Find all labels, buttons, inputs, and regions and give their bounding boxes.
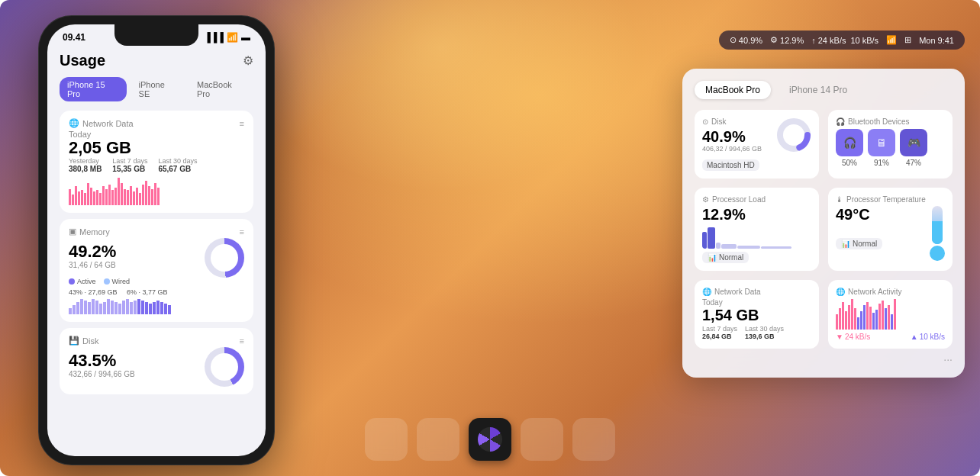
widget-tab-macbook[interactable]: MacBook Pro	[695, 81, 771, 99]
widget-tab-iphone14[interactable]: iPhone 14 Pro	[779, 81, 858, 99]
widget-net-data-card: 🌐 Network Data Today 1,54 GB Last 7 days…	[695, 280, 819, 349]
disk-left: 43.5% 432,66 / 994,66 GB	[69, 352, 135, 383]
bluetooth-devices: 🎧 50% 🖥 91% 🎮 47%	[836, 129, 945, 167]
dock	[365, 418, 615, 461]
bt-pct-0: 50%	[842, 159, 857, 167]
widget-proc-label: ⚙ Processor Load	[702, 195, 811, 204]
menubar-net-up: 10 kB/s	[850, 36, 878, 45]
thermometer-visual	[930, 206, 945, 261]
disk-label: 💾 Disk	[69, 336, 98, 346]
net-up-speed: ▲ 10 kB/s	[911, 333, 945, 341]
disk-row: 43.5% 432,66 / 994,66 GB	[69, 347, 244, 387]
tab-iphone15pro[interactable]: iPhone 15 Pro	[60, 77, 127, 101]
disk-filter-icon[interactable]: ≡	[240, 336, 244, 346]
iphone-notch	[114, 24, 198, 46]
tab-iphonese[interactable]: iPhone SE	[131, 77, 185, 101]
menubar-net-down: 24 kB/s	[818, 36, 846, 45]
menubar-disk: ⊙ 40.9%	[730, 35, 762, 45]
menubar-proc: ⚙ 12.9%	[770, 35, 804, 45]
widget-net-activity-card: 🌐 Network Activity	[828, 280, 953, 349]
network-header: 🌐 Network Data ≡	[69, 118, 244, 128]
network-label: 🌐 Network Data	[69, 118, 134, 128]
menubar-bluetooth: ⊞	[904, 35, 911, 45]
temp-chart-icon: 📊	[841, 240, 850, 248]
menubar-disk-pct: 40.9%	[739, 36, 762, 45]
memory-label: ▣ Memory	[69, 227, 110, 236]
temp-left: 49°C 📊 Normal	[836, 206, 882, 249]
network-last30: Last 30 days 65,67 GB	[158, 157, 197, 173]
menubar-time-text: Mon 9:41	[919, 36, 954, 45]
menubar-time: Mon 9:41	[919, 36, 954, 45]
dock-icon-4[interactable]	[572, 418, 615, 461]
memory-row: 49.2% 31,46 / 64 GB	[69, 238, 244, 278]
dock-icon-2[interactable]	[417, 418, 459, 461]
wifi-status-icon: 📶	[227, 32, 238, 43]
netdata-mini-row: Last 7 days 26,84 GB Last 30 days 139,6 …	[702, 325, 811, 340]
memory-sub: 31,46 / 64 GB	[69, 261, 116, 269]
bt-headphones-icon: 🎧	[836, 129, 863, 156]
tab-macbookpro[interactable]: MacBook Pro	[189, 77, 253, 101]
network-chart	[69, 178, 244, 205]
memory-left: 49.2% 31,46 / 64 GB	[69, 243, 116, 274]
dock-icon-3[interactable]	[521, 418, 563, 461]
dock-icon-1[interactable]	[365, 418, 408, 461]
dock-icon-app[interactable]	[469, 418, 511, 461]
proc-load-chart	[702, 227, 811, 249]
bt-monitor-icon: 🖥	[868, 129, 895, 156]
filter-icon[interactable]: ≡	[240, 119, 244, 128]
memory-filter-icon[interactable]: ≡	[240, 227, 244, 236]
widget-proc-icon: ⚙	[702, 195, 709, 204]
memory-header: ▣ Memory ≡	[69, 227, 244, 236]
bt-gamepad-icon: 🎮	[900, 129, 927, 156]
widget-disk-card: ⊙ Disk 40.9% 406,32 / 994,66 GB Macintos…	[695, 110, 819, 178]
chart-icon: 📊	[708, 253, 717, 262]
bluetooth-icon: ⊞	[904, 35, 911, 45]
disk-header: 💾 Disk ≡	[69, 336, 244, 346]
device-tabs: iPhone 15 Pro iPhone SE MacBook Pro	[60, 77, 253, 101]
battery-icon: ▬	[241, 32, 250, 43]
temp-row: 49°C 📊 Normal	[836, 206, 945, 261]
app-header: Usage ⚙	[60, 52, 253, 69]
widget-temp-value: 49°C	[836, 206, 882, 223]
network-section: 🌐 Network Data ≡ Today 2,05 GB Yesterday…	[60, 111, 253, 213]
widget-proc-value: 12.9%	[702, 206, 811, 223]
macos-widget: MacBook Pro iPhone 14 Pro ⊙ Disk 40.9% 4…	[682, 69, 965, 378]
widget-grid: ⊙ Disk 40.9% 406,32 / 994,66 GB Macintos…	[695, 110, 953, 349]
settings-icon[interactable]: ⚙	[243, 53, 253, 68]
memory-value: 49.2%	[69, 243, 116, 261]
netdata-today-value: 1,54 GB	[702, 307, 811, 323]
disk-value: 43.5%	[69, 352, 135, 370]
globe-icon: 🌐	[69, 118, 79, 128]
net-down-speed: ▼ 24 kB/s	[836, 333, 870, 341]
widget-tabs: MacBook Pro iPhone 14 Pro	[695, 81, 953, 99]
widget-more-button[interactable]: ···	[695, 353, 953, 365]
netdata-today-label: Today	[702, 298, 811, 307]
legend-wired: Wired	[104, 278, 131, 285]
disk-icon: ⊙	[730, 35, 737, 45]
disk-sub: 432,66 / 994,66 GB	[69, 370, 135, 378]
memory-legend: Active Wired	[69, 278, 244, 285]
net-icon: ↑	[811, 36, 816, 45]
menubar-wifi: 📶	[886, 35, 897, 45]
iphone-app: Usage ⚙ iPhone 15 Pro iPhone SE MacBook …	[47, 46, 266, 444]
memory-bars	[69, 299, 244, 314]
bt-pct-2: 47%	[906, 159, 921, 167]
iphone-screen: 09.41 ▐▐▐ 📶 ▬ Usage ⚙ iPhone 15 Pro iPho…	[47, 24, 266, 456]
thermometer-bulb	[930, 246, 945, 261]
legend-active-dot	[69, 278, 75, 285]
widget-netact-icon: 🌐	[836, 288, 845, 296]
widget-bluetooth-card: 🎧 Bluetooth Devices 🎧 50% 🖥 91% 🎮 47%	[828, 110, 953, 178]
iphone-frame: 09.41 ▐▐▐ 📶 ▬ Usage ⚙ iPhone 15 Pro iPho…	[38, 15, 275, 465]
proc-icon: ⚙	[770, 35, 778, 45]
network-today-value: 2,05 GB	[69, 139, 244, 157]
widget-netdata-icon: 🌐	[702, 288, 711, 296]
disk-hdd-icon: 💾	[69, 336, 79, 346]
netdata-last30: Last 30 days 139,6 GB	[745, 325, 784, 340]
widget-bluetooth-label: 🎧 Bluetooth Devices	[836, 117, 945, 126]
bt-device-2: 🎮 47%	[900, 129, 927, 167]
widget-temp-icon: 🌡	[836, 195, 843, 204]
menubar: ⊙ 40.9% ⚙ 12.9% ↑ 24 kB/s 10 kB/s 📶 ⊞ Mo…	[719, 31, 965, 50]
legend-active: Active	[69, 278, 96, 285]
wifi-icon: 📶	[886, 35, 897, 45]
bt-device-0: 🎧 50%	[836, 129, 863, 167]
